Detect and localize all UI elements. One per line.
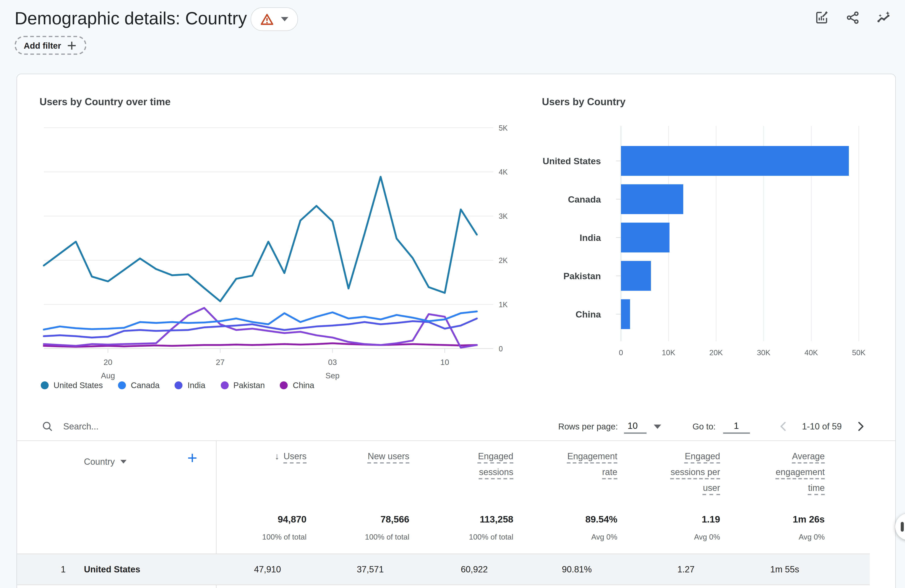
y-axis-label: 4K — [499, 168, 508, 176]
share-icon — [845, 10, 860, 25]
legend-dot-icon — [221, 381, 229, 389]
rows-per-page-select[interactable]: 10 — [624, 419, 646, 434]
x-axis-label: 10 — [440, 358, 449, 367]
x-axis-label: 03 — [328, 358, 337, 367]
share-button[interactable] — [845, 10, 860, 25]
x-axis-label: 10K — [662, 348, 675, 357]
y-axis-label: 0 — [499, 345, 503, 353]
legend-item-pakistan: Pakistan — [221, 381, 265, 390]
table-row[interactable]: 1 United States 47,910 37,571 60,922 90.… — [17, 553, 870, 585]
totals-engaged-sessions-per-user: 1.19 Avg 0% — [617, 514, 720, 541]
chevron-down-icon — [281, 17, 288, 21]
x-axis-sublabel: Aug — [101, 371, 115, 380]
add-dimension-button[interactable]: + — [187, 450, 197, 467]
line-chart-title: Users by Country over time — [40, 96, 170, 108]
totals-engagement-rate: 89.54% Avg 0% — [514, 514, 617, 541]
next-page-button[interactable] — [854, 420, 867, 433]
column-header-engaged-sessions[interactable]: Engaged sessions — [462, 448, 513, 480]
data-quality-dropdown[interactable] — [251, 7, 298, 31]
column-header-average-engagement-time[interactable]: Average engagement time — [764, 448, 825, 496]
chevron-down-icon — [120, 460, 126, 464]
add-filter-button[interactable]: Add filter — [14, 36, 87, 55]
y-axis-label: 3K — [499, 212, 508, 220]
cell-average-engagement-time: 1m 55s — [696, 554, 799, 585]
totals-engaged-sessions: 113,258 100% of total — [410, 514, 513, 541]
x-axis-label: 0 — [619, 348, 623, 357]
customize-report-icon — [814, 10, 829, 25]
x-axis-label: 50K — [852, 348, 866, 357]
legend-item-india: India — [175, 381, 205, 390]
go-to-page-input[interactable] — [723, 419, 750, 434]
series-line-united-states — [44, 177, 477, 301]
collapsed-panel-button[interactable] — [895, 513, 905, 540]
rows-per-page-caret-icon[interactable] — [654, 424, 661, 429]
totals-new-users: 78,566 100% of total — [306, 514, 409, 541]
screen: Demographic details: Country — [0, 0, 905, 588]
previous-page-button[interactable] — [776, 420, 790, 433]
bar-india — [621, 222, 669, 253]
search-icon — [41, 420, 54, 432]
legend-label: Canada — [131, 381, 160, 390]
legend-item-china: China — [280, 381, 314, 390]
bar-china — [621, 299, 630, 329]
cell-users: 47,910 — [178, 554, 281, 585]
x-axis-label: 30K — [757, 348, 770, 357]
legend-item-united-states: United States — [41, 381, 103, 390]
page-title: Demographic details: Country — [14, 8, 247, 29]
x-axis-label: 20K — [710, 348, 723, 357]
dimension-header-country[interactable]: Country — [84, 457, 126, 467]
y-axis-label: 5K — [499, 124, 508, 132]
row-index: 1 — [54, 554, 66, 585]
panel-handle-icon — [901, 522, 904, 532]
legend-label: United States — [54, 381, 103, 390]
legend-dot-icon — [41, 381, 49, 389]
insights-button[interactable] — [876, 10, 891, 25]
report-card: Users by Country over time 5K4K3K2K1K020… — [16, 74, 896, 588]
bar-canada — [621, 184, 683, 214]
search-input[interactable] — [62, 421, 271, 432]
bar-pakistan — [621, 261, 651, 291]
legend-label: China — [293, 381, 314, 390]
category-label: Pakistan — [564, 271, 601, 281]
category-label: China — [576, 309, 601, 319]
legend-item-canada: Canada — [118, 381, 160, 390]
chevron-right-icon — [854, 420, 867, 433]
customize-report-button[interactable] — [814, 10, 829, 25]
bar-chart: 010K20K30K40K50KUnited StatesCanadaIndia… — [522, 111, 895, 372]
warning-icon — [260, 13, 274, 26]
cell-engaged-sessions: 60,922 — [384, 554, 488, 585]
dimension-label: Country — [84, 457, 115, 467]
pagination-controls: Rows per page: 10 Go to: 1-10 of 59 — [558, 419, 867, 434]
column-header-engagement-rate[interactable]: Engagement rate — [557, 448, 617, 480]
category-label: India — [580, 232, 601, 243]
search-box — [41, 420, 271, 432]
plus-icon — [67, 40, 78, 51]
y-axis-label: 2K — [499, 256, 508, 265]
x-axis-sublabel: Sep — [325, 371, 339, 380]
legend-dot-icon — [118, 381, 126, 389]
table-header-divider — [17, 440, 895, 441]
column-header-users[interactable]: ↓Users — [227, 448, 306, 464]
column-header-new-users[interactable]: New users — [324, 448, 409, 464]
category-label: Canada — [568, 194, 601, 205]
column-header-engaged-sessions-per-user[interactable]: Engaged sessions per user — [652, 448, 720, 496]
totals-average-engagement-time: 1m 26s Avg 0% — [721, 514, 825, 541]
legend-dot-icon — [175, 381, 183, 389]
rows-per-page-label: Rows per page: — [558, 421, 618, 431]
header-actions — [814, 10, 891, 25]
table-toolbar: Rows per page: 10 Go to: 1-10 of 59 — [17, 412, 895, 440]
line-chart-legend: United StatesCanadaIndiaPakistanChina — [41, 381, 314, 390]
y-axis-label: 1K — [499, 300, 508, 309]
bar-united-states — [621, 146, 849, 176]
legend-dot-icon — [280, 381, 288, 389]
totals-users: 94,870 100% of total — [203, 514, 306, 541]
legend-label: Pakistan — [233, 381, 265, 390]
row-country: United States — [84, 554, 140, 585]
category-label: United States — [543, 156, 601, 166]
cell-engagement-rate: 90.81% — [488, 554, 592, 585]
legend-label: India — [187, 381, 205, 390]
insights-icon — [876, 10, 891, 25]
go-to-label: Go to: — [692, 421, 716, 431]
pagination-range: 1-10 of 59 — [802, 421, 842, 431]
line-chart: 5K4K3K2K1K020Aug2703Sep10 — [17, 111, 516, 397]
